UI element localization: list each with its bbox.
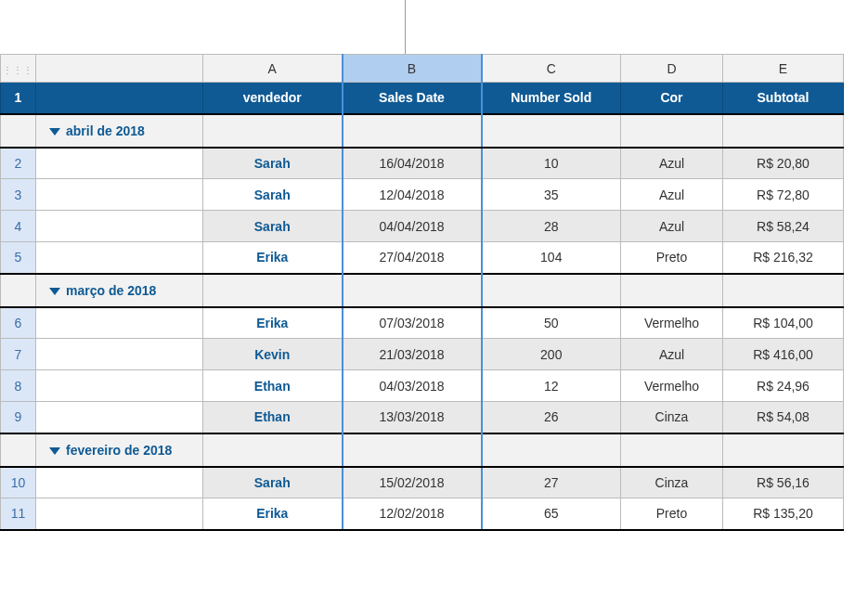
- header-cor[interactable]: Cor: [621, 83, 723, 114]
- group-cell[interactable]: [723, 433, 844, 467]
- subtotal-cell[interactable]: R$ 56,16: [723, 467, 844, 498]
- row-header[interactable]: 11: [1, 498, 36, 530]
- column-header-d[interactable]: D: [621, 55, 723, 83]
- cor-cell[interactable]: Vermelho: [621, 307, 723, 339]
- vendedor-cell[interactable]: Erika: [203, 242, 343, 274]
- indent-cell[interactable]: [36, 370, 203, 402]
- sales-date-cell[interactable]: 16/04/2018: [343, 148, 482, 179]
- subtotal-cell[interactable]: R$ 54,08: [723, 402, 844, 433]
- header-sales-date[interactable]: Sales Date: [343, 83, 482, 114]
- disclosure-triangle-icon[interactable]: [49, 288, 60, 295]
- group-label[interactable]: abril de 2018: [36, 114, 203, 148]
- cor-cell[interactable]: Cinza: [621, 467, 723, 498]
- cor-cell[interactable]: Azul: [621, 211, 723, 242]
- indent-cell[interactable]: [36, 242, 203, 274]
- row-header[interactable]: 4: [1, 211, 36, 242]
- group-cell[interactable]: [723, 114, 844, 148]
- disclosure-triangle-icon[interactable]: [49, 128, 60, 136]
- number-sold-cell[interactable]: 26: [482, 402, 621, 433]
- group-cell[interactable]: [482, 274, 621, 307]
- group-cell[interactable]: [621, 433, 723, 467]
- subtotal-cell[interactable]: R$ 104,00: [723, 307, 844, 339]
- group-cell[interactable]: [621, 114, 723, 148]
- column-header-a[interactable]: A: [203, 55, 343, 83]
- header-blank-cell[interactable]: [36, 83, 203, 114]
- sales-date-cell[interactable]: 04/03/2018: [343, 370, 482, 402]
- disclosure-triangle-icon[interactable]: [49, 447, 60, 455]
- sales-date-cell[interactable]: 21/03/2018: [343, 339, 482, 370]
- group-cell[interactable]: [723, 274, 844, 307]
- vendedor-cell[interactable]: Ethan: [203, 402, 343, 433]
- indent-cell[interactable]: [36, 498, 203, 530]
- cor-cell[interactable]: Azul: [621, 179, 723, 211]
- subtotal-cell[interactable]: R$ 24,96: [723, 370, 844, 402]
- vendedor-cell[interactable]: Sarah: [203, 211, 343, 242]
- row-header[interactable]: 9: [1, 402, 36, 433]
- sales-date-cell[interactable]: 27/04/2018: [343, 242, 482, 274]
- number-sold-cell[interactable]: 35: [482, 179, 621, 211]
- header-vendedor[interactable]: vendedor: [203, 83, 343, 114]
- group-cell[interactable]: [203, 274, 343, 307]
- vendedor-cell[interactable]: Sarah: [203, 467, 343, 498]
- number-sold-cell[interactable]: 50: [482, 307, 621, 339]
- number-sold-cell[interactable]: 28: [482, 211, 621, 242]
- cor-cell[interactable]: Cinza: [621, 402, 723, 433]
- number-sold-cell[interactable]: 104: [482, 242, 621, 274]
- header-number-sold[interactable]: Number Sold: [482, 83, 621, 114]
- group-cell[interactable]: [621, 274, 723, 307]
- row-header[interactable]: 8: [1, 370, 36, 402]
- row-header[interactable]: 6: [1, 307, 36, 339]
- indent-cell[interactable]: [36, 211, 203, 242]
- row-header[interactable]: 7: [1, 339, 36, 370]
- subtotal-cell[interactable]: R$ 72,80: [723, 179, 844, 211]
- column-header-b[interactable]: B: [343, 55, 482, 83]
- cor-cell[interactable]: Azul: [621, 339, 723, 370]
- header-subtotal[interactable]: Subtotal: [723, 83, 844, 114]
- vendedor-cell[interactable]: Sarah: [203, 148, 343, 179]
- cor-cell[interactable]: Preto: [621, 498, 723, 530]
- cor-cell[interactable]: Vermelho: [621, 370, 723, 402]
- cor-cell[interactable]: Preto: [621, 242, 723, 274]
- vendedor-cell[interactable]: Kevin: [203, 339, 343, 370]
- number-sold-cell[interactable]: 10: [482, 148, 621, 179]
- number-sold-cell[interactable]: 65: [482, 498, 621, 530]
- column-header-e[interactable]: E: [723, 55, 844, 83]
- row-header[interactable]: 2: [1, 148, 36, 179]
- sales-date-cell[interactable]: 12/02/2018: [343, 498, 482, 530]
- row-header-empty[interactable]: [1, 274, 36, 307]
- group-cell[interactable]: [203, 433, 343, 467]
- indent-cell[interactable]: [36, 402, 203, 433]
- vendedor-cell[interactable]: Ethan: [203, 370, 343, 402]
- group-cell[interactable]: [343, 274, 482, 307]
- sales-date-cell[interactable]: 13/03/2018: [343, 402, 482, 433]
- number-sold-cell[interactable]: 12: [482, 370, 621, 402]
- subtotal-cell[interactable]: R$ 20,80: [723, 148, 844, 179]
- group-cell[interactable]: [482, 433, 621, 467]
- indent-cell[interactable]: [36, 467, 203, 498]
- row-header[interactable]: 10: [1, 467, 36, 498]
- subtotal-cell[interactable]: R$ 135,20: [723, 498, 844, 530]
- group-cell[interactable]: [203, 114, 343, 148]
- indent-cell[interactable]: [36, 339, 203, 370]
- group-cell[interactable]: [343, 114, 482, 148]
- row-header-empty[interactable]: [1, 114, 36, 148]
- group-label[interactable]: março de 2018: [36, 274, 203, 307]
- group-cell[interactable]: [343, 433, 482, 467]
- subtotal-cell[interactable]: R$ 216,32: [723, 242, 844, 274]
- column-header-c[interactable]: C: [482, 55, 621, 83]
- corner-handle[interactable]: ⋮⋮⋮: [1, 55, 36, 83]
- sales-date-cell[interactable]: 04/04/2018: [343, 211, 482, 242]
- indent-cell[interactable]: [36, 179, 203, 211]
- number-sold-cell[interactable]: 200: [482, 339, 621, 370]
- column-header-blank[interactable]: [36, 55, 203, 83]
- vendedor-cell[interactable]: Sarah: [203, 179, 343, 211]
- indent-cell[interactable]: [36, 307, 203, 339]
- row-header-empty[interactable]: [1, 433, 36, 467]
- group-cell[interactable]: [482, 114, 621, 148]
- group-label[interactable]: fevereiro de 2018: [36, 433, 203, 467]
- cor-cell[interactable]: Azul: [621, 148, 723, 179]
- row-header[interactable]: 3: [1, 179, 36, 211]
- sales-date-cell[interactable]: 12/04/2018: [343, 179, 482, 211]
- subtotal-cell[interactable]: R$ 416,00: [723, 339, 844, 370]
- number-sold-cell[interactable]: 27: [482, 467, 621, 498]
